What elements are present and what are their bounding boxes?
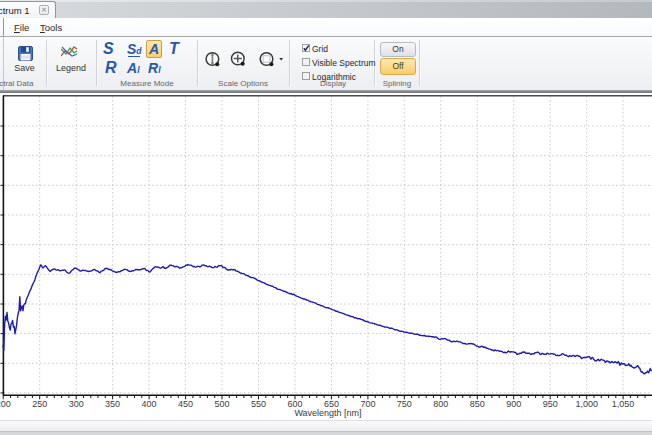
svg-text:800: 800 — [433, 399, 448, 409]
svg-text:450: 450 — [178, 399, 193, 409]
svg-text:400: 400 — [142, 399, 157, 409]
svg-text:200: 200 — [0, 399, 11, 409]
svg-text:750: 750 — [397, 399, 412, 409]
svg-text:950: 950 — [543, 399, 558, 409]
svg-text:850: 850 — [470, 399, 485, 409]
svg-text:300: 300 — [69, 399, 84, 409]
svg-text:350: 350 — [105, 399, 120, 409]
svg-text:700: 700 — [360, 399, 375, 409]
svg-text:500: 500 — [214, 399, 229, 409]
svg-text:Wavelength [nm]: Wavelength [nm] — [294, 408, 361, 418]
svg-text:900: 900 — [506, 399, 521, 409]
svg-text:1,000: 1,000 — [575, 399, 598, 409]
svg-text:550: 550 — [251, 399, 266, 409]
svg-text:1,050: 1,050 — [612, 399, 635, 409]
svg-text:250: 250 — [32, 399, 47, 409]
